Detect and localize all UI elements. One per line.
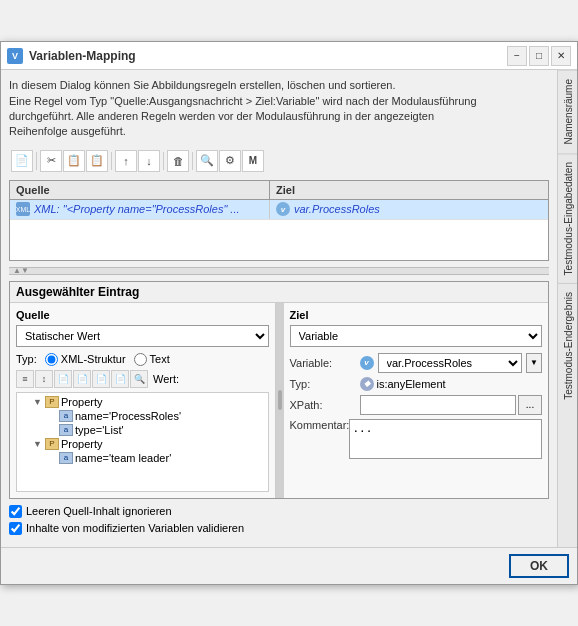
tree-item-3[interactable]: ▼ P Property (19, 437, 266, 451)
tree-label-2: type='List' (75, 424, 124, 436)
source-type-select[interactable]: Statischer Wert (16, 325, 269, 347)
variable-select[interactable]: var.ProcessRoles (378, 353, 523, 373)
desc-line3: durchgeführt. Alle anderen Regeln werden… (9, 109, 549, 124)
titlebar-controls: − □ ✕ (507, 46, 571, 66)
var-circle-icon: v (360, 356, 374, 370)
wert-label: Wert: (153, 373, 179, 385)
tree-item-0[interactable]: ▼ P Property (19, 395, 266, 409)
settings-button[interactable]: ⚙ (219, 150, 241, 172)
typ-circle-icon: ◆ (360, 377, 374, 391)
xpath-row: XPath: ... (290, 395, 543, 415)
cut-button[interactable]: ✂ (40, 150, 62, 172)
mini-btn-4[interactable]: 📄 (73, 370, 91, 388)
xml-structure-label[interactable]: XML-Struktur (45, 353, 126, 366)
text-radio[interactable] (134, 353, 147, 366)
tree-toggle-3[interactable]: ▼ (33, 439, 43, 449)
description: In diesem Dialog können Sie Abbildungsre… (9, 78, 549, 140)
target-cell: v var.ProcessRoles (270, 200, 548, 219)
source-panel-title: Quelle (16, 309, 269, 321)
separator-2 (111, 152, 112, 170)
inhalte-label: Inhalte von modifizierten Variablen vali… (26, 522, 244, 534)
xpath-input-row: ... (360, 395, 543, 415)
side-tab-testresult[interactable]: Testmodus-Endergebnis (558, 283, 577, 408)
xpath-browse-btn[interactable]: ... (518, 395, 542, 415)
mini-btn-3[interactable]: 📄 (54, 370, 72, 388)
tree-item-4[interactable]: a name='team leader' (19, 451, 266, 465)
separator-4 (192, 152, 193, 170)
target-type-select[interactable]: Variable (290, 325, 543, 347)
toolbar: 📄 ✂ 📋 📋 ↑ ↓ 🗑 🔍 ⚙ M (9, 148, 549, 174)
source-type-row: Typ: XML-Struktur Text (16, 353, 269, 366)
kommentar-textarea[interactable]: ... (349, 419, 542, 459)
prop-icon-3: P (45, 438, 59, 450)
xpath-input[interactable] (360, 395, 517, 415)
tree-item-1[interactable]: a name='ProcessRoles' (19, 409, 266, 423)
move-down-button[interactable]: ↓ (138, 150, 160, 172)
kommentar-row: Kommentar: ... (290, 419, 543, 459)
variable-browse-btn[interactable]: ▼ (526, 353, 542, 373)
leeren-label: Leeren Quell-Inhalt ignorieren (26, 505, 172, 517)
variable-label: Variable: (290, 357, 360, 369)
selected-inner: Quelle Statischer Wert Typ: XML-Struktur (10, 303, 548, 498)
tree-toggle-0[interactable]: ▼ (33, 397, 43, 407)
resize-bar[interactable]: ▲▼ (9, 267, 549, 275)
text-text: Text (150, 353, 170, 365)
selected-section-title: Ausgewählter Eintrag (10, 282, 548, 303)
mini-search-btn[interactable]: 🔍 (130, 370, 148, 388)
bottom-bar: OK (1, 547, 577, 584)
side-tab-testinput[interactable]: Testmodus-Eingabedaten (558, 153, 577, 283)
typ-row: Typ: ◆ is:anyElement (290, 377, 543, 391)
new-button[interactable]: 📄 (11, 150, 33, 172)
main-window: V Variablen-Mapping − □ ✕ In diesem Dial… (0, 41, 578, 585)
ok-button[interactable]: OK (509, 554, 569, 578)
text-label[interactable]: Text (134, 353, 170, 366)
source-mini-toolbar: ≡ ↕ 📄 📄 📄 📄 🔍 Wert: (16, 370, 269, 388)
titlebar: V Variablen-Mapping − □ ✕ (1, 42, 577, 70)
attr-icon-1: a (59, 410, 73, 422)
desc-line1: In diesem Dialog können Sie Abbildungsre… (9, 78, 549, 93)
table-row[interactable]: XML XML: "<Property name="ProcessRoles" … (10, 200, 548, 220)
close-button[interactable]: ✕ (551, 46, 571, 66)
module-button[interactable]: M (242, 150, 264, 172)
typ-value: is:anyElement (377, 378, 446, 390)
copy-button[interactable]: 📋 (63, 150, 85, 172)
desc-line4: Reihenfolge ausgeführt. (9, 124, 549, 139)
target-column-header: Ziel (270, 181, 548, 199)
move-up-button[interactable]: ↑ (115, 150, 137, 172)
maximize-button[interactable]: □ (529, 46, 549, 66)
mini-btn-6[interactable]: 📄 (111, 370, 129, 388)
desc-line2: Eine Regel vom Typ "Quelle:Ausgangsnachr… (9, 94, 549, 109)
panel-divider[interactable] (276, 303, 284, 498)
tree-item-2[interactable]: a type='List' (19, 423, 266, 437)
inhalte-checkbox-row: Inhalte von modifizierten Variablen vali… (9, 522, 549, 535)
tree-label-1: name='ProcessRoles' (75, 410, 181, 422)
side-tab-namespaces[interactable]: Namensräume (558, 70, 577, 153)
mini-btn-1[interactable]: ≡ (16, 370, 34, 388)
source-value: XML: "<Property name="ProcessRoles" ... (34, 203, 240, 215)
table-empty-rows (10, 220, 548, 260)
separator-1 (36, 152, 37, 170)
xml-icon: XML (16, 202, 30, 216)
kommentar-label: Kommentar: (290, 419, 350, 431)
mini-btn-5[interactable]: 📄 (92, 370, 110, 388)
resize-arrows-icon: ▲▼ (13, 266, 29, 275)
typ-label: Typ: (16, 353, 37, 365)
xml-structure-radio[interactable] (45, 353, 58, 366)
typ-label-target: Typ: (290, 378, 360, 390)
tree-label-3: Property (61, 438, 103, 450)
inhalte-checkbox[interactable] (9, 522, 22, 535)
target-panel: Ziel Variable Variable: v var.Proce (284, 303, 549, 498)
search-button[interactable]: 🔍 (196, 150, 218, 172)
tree-label-0: Property (61, 396, 103, 408)
minimize-button[interactable]: − (507, 46, 527, 66)
table-header: Quelle Ziel (10, 181, 548, 200)
paste-button[interactable]: 📋 (86, 150, 108, 172)
mini-btn-2[interactable]: ↕ (35, 370, 53, 388)
mapping-table: Quelle Ziel XML XML: "<Property name="Pr… (9, 180, 549, 261)
delete-button[interactable]: 🗑 (167, 150, 189, 172)
source-type-dropdown-row: Statischer Wert (16, 325, 269, 347)
source-tree-view[interactable]: ▼ P Property a name='ProcessRoles' (16, 392, 269, 492)
tree-label-4: name='team leader' (75, 452, 171, 464)
leeren-checkbox[interactable] (9, 505, 22, 518)
target-type-dropdown-row: Variable (290, 325, 543, 347)
